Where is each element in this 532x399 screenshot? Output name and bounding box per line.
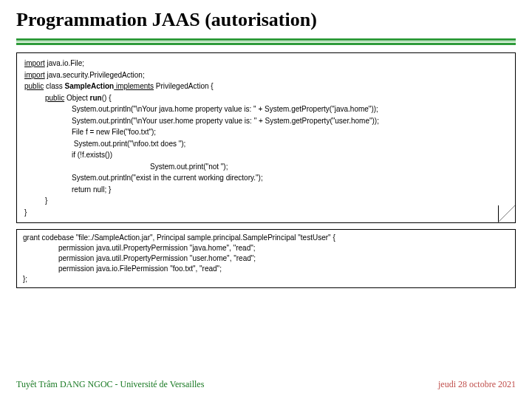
footer: Tuyêt Trâm DANG NGOC - Université de Ver… bbox=[16, 379, 516, 390]
code-line: public Object run() { bbox=[24, 92, 508, 104]
code-line: import java.io.File; bbox=[24, 58, 508, 69]
code-line: System.out.println("\nYour user.home pro… bbox=[24, 115, 508, 127]
code-line: return null; } bbox=[24, 184, 508, 196]
code-line: import java.security.PrivilegedAction; bbox=[24, 69, 508, 81]
code-line: System.out.println("\nYour java.home pro… bbox=[24, 103, 508, 115]
footer-author: Tuyêt Trâm DANG NGOC - Université de Ver… bbox=[16, 379, 204, 390]
code-line: File f = new File("foo.txt"); bbox=[24, 126, 508, 138]
policy-code-box: grant codebase "file:./SampleAction.jar"… bbox=[16, 229, 516, 288]
policy-line: grant codebase "file:./SampleAction.jar"… bbox=[23, 233, 509, 243]
policy-line: permission java.util.PropertyPermission … bbox=[23, 253, 509, 264]
code-line: System.out.print("not "); bbox=[24, 161, 508, 173]
divider bbox=[16, 38, 516, 45]
code-line: System.out.print("\nfoo.txt does "); bbox=[24, 138, 508, 150]
code-line: System.out.println("exist in the current… bbox=[24, 172, 508, 184]
java-code-box: import java.io.File; import java.securit… bbox=[16, 52, 516, 223]
slide-title: Programmation JAAS (autorisation) bbox=[16, 9, 516, 31]
code-line: if (!f.exists()) bbox=[24, 149, 508, 161]
policy-line: permission java.io.FilePermission "foo.t… bbox=[23, 264, 509, 274]
policy-line: }; bbox=[23, 274, 509, 284]
page-fold-icon bbox=[499, 206, 515, 222]
code-line: public class SampleAction implements Pri… bbox=[24, 81, 508, 92]
footer-date: jeudi 28 octobre 2021 bbox=[438, 379, 516, 390]
code-line: } bbox=[24, 207, 508, 219]
policy-line: permission java.util.PropertyPermission … bbox=[23, 243, 509, 253]
code-line: } bbox=[24, 195, 508, 207]
